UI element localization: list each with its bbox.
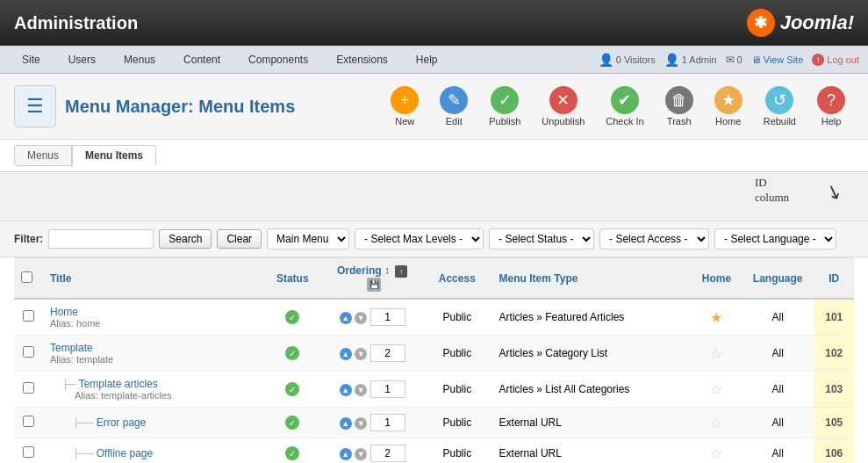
ordering-down-icon[interactable]: ▼ — [355, 384, 367, 396]
home-button[interactable]: ★ Home — [706, 81, 751, 132]
home-star-filled[interactable]: ★ — [710, 310, 722, 325]
ordering-up-icon[interactable]: ▲ — [340, 348, 352, 360]
id-cell: 103 — [814, 372, 854, 408]
ordering-input[interactable] — [370, 414, 405, 431]
ordering-up-icon[interactable]: ▲ — [340, 312, 352, 324]
status-icon[interactable]: ✓ — [285, 310, 299, 324]
new-button[interactable]: + New — [382, 81, 427, 132]
rebuild-button[interactable]: ↺ Rebuild — [755, 81, 805, 132]
visitor-icon: 👤 — [599, 53, 613, 67]
help-button[interactable]: ? Help — [808, 81, 854, 132]
title-link[interactable]: Error page — [97, 416, 147, 429]
home-star-empty[interactable]: ☆ — [710, 382, 722, 397]
annotation-arrow: ↘ — [822, 179, 845, 206]
search-button[interactable]: Search — [159, 229, 212, 249]
status-icon[interactable]: ✓ — [285, 346, 299, 360]
nav-item-help[interactable]: Help — [403, 47, 451, 72]
joomla-icon: ✱ — [747, 9, 775, 37]
menu-select[interactable]: Main Menu — [267, 228, 349, 250]
message-count: 0 — [737, 54, 742, 65]
home-cell[interactable]: ☆ — [692, 438, 742, 464]
row-checkbox[interactable] — [23, 346, 34, 358]
indent-icon: ├── — [50, 417, 93, 428]
breadcrumb-tab-menuitems[interactable]: Menu Items — [72, 145, 156, 166]
ordering-down-icon[interactable]: ▼ — [355, 417, 367, 430]
title-link[interactable]: Offline page — [97, 447, 154, 459]
ordering-up-icon[interactable]: ▲ — [340, 384, 352, 396]
home-star-empty[interactable]: ☆ — [710, 346, 722, 361]
id-cell: 102 — [814, 336, 854, 372]
filter-input[interactable] — [48, 229, 154, 249]
row-checkbox[interactable] — [23, 310, 34, 322]
unpublish-button[interactable]: ✕ Unpublish — [533, 81, 593, 132]
col-header-ordering[interactable]: Ordering ↕ ↑ 💾 — [322, 258, 422, 300]
home-cell[interactable]: ☆ — [692, 336, 742, 372]
status-select[interactable]: - Select Status - — [489, 228, 594, 250]
rebuild-label: Rebuild — [764, 116, 796, 127]
col-header-language: Language — [742, 258, 814, 300]
title-link[interactable]: Template articles — [79, 378, 158, 390]
help-label: Help — [821, 116, 842, 127]
table-row: TemplateAlias: template✓ ▲ ▼ PublicArtic… — [14, 336, 854, 372]
home-cell[interactable]: ☆ — [692, 408, 742, 438]
menu-item-type-cell: Articles » List All Categories — [492, 372, 692, 408]
nav-item-site[interactable]: Site — [9, 47, 54, 72]
title-link[interactable]: Template — [50, 342, 93, 354]
home-cell[interactable]: ★ — [692, 299, 742, 336]
trash-icon: 🗑 — [665, 86, 693, 114]
id-cell: 106 — [814, 438, 854, 464]
status-icon[interactable]: ✓ — [285, 382, 299, 396]
home-star-empty[interactable]: ☆ — [710, 416, 722, 430]
clear-button[interactable]: Clear — [217, 229, 262, 249]
row-checkbox[interactable] — [23, 446, 34, 458]
nav-item-content[interactable]: Content — [170, 47, 233, 72]
ordering-sort-icon[interactable]: ↑ — [395, 265, 407, 278]
title-cell: TemplateAlias: template — [43, 336, 262, 372]
table-row: ├── Offline page✓ ▲ ▼ PublicExternal URL… — [14, 438, 854, 464]
indent-icon: ├─ — [50, 379, 76, 389]
logout-btn[interactable]: ! Log out — [812, 54, 859, 66]
ordering-up-icon[interactable]: ▲ — [340, 448, 352, 460]
ordering-down-icon[interactable]: ▼ — [355, 348, 367, 360]
checkin-button[interactable]: ✔ Check In — [597, 81, 652, 132]
status-cell: ✓ — [262, 336, 322, 372]
col-header-title[interactable]: Title — [43, 258, 262, 300]
status-icon[interactable]: ✓ — [285, 446, 299, 460]
view-site-btn[interactable]: 🖥 View Site — [751, 54, 804, 65]
ordering-input[interactable] — [370, 308, 405, 326]
ordering-up-icon[interactable]: ▲ — [340, 417, 352, 430]
ordering-down-icon[interactable]: ▼ — [355, 312, 367, 324]
ordering-save-icon[interactable]: 💾 — [367, 278, 381, 292]
row-checkbox[interactable] — [23, 382, 34, 394]
nav-item-menus[interactable]: Menus — [111, 47, 169, 72]
edit-button[interactable]: ✎ Edit — [431, 81, 477, 132]
access-select[interactable]: - Select Access - — [599, 228, 709, 250]
trash-button[interactable]: 🗑 Trash — [656, 81, 702, 132]
col-header-menutype: Menu Item Type — [492, 258, 692, 300]
publish-button[interactable]: ✓ Publish — [480, 81, 529, 132]
nav-item-components[interactable]: Components — [235, 47, 321, 72]
ordering-down-icon[interactable]: ▼ — [355, 448, 367, 460]
breadcrumb-tab-menus[interactable]: Menus — [14, 145, 72, 166]
nav-item-extensions[interactable]: Extensions — [323, 47, 401, 72]
alias-text: Alias: template — [50, 354, 255, 365]
select-all-checkbox[interactable] — [21, 271, 32, 283]
language-select[interactable]: - Select Language - — [714, 228, 836, 250]
visitors-text: 0 Visitors — [616, 54, 656, 65]
access-cell: Public — [422, 299, 492, 336]
max-levels-select[interactable]: - Select Max Levels - — [355, 228, 484, 250]
access-cell: Public — [422, 372, 492, 408]
home-star-empty[interactable]: ☆ — [710, 446, 722, 461]
ordering-input[interactable] — [370, 380, 405, 398]
home-cell[interactable]: ☆ — [692, 372, 742, 408]
title-link[interactable]: Home — [50, 306, 78, 318]
ordering-input[interactable] — [370, 445, 405, 462]
row-checkbox[interactable] — [23, 416, 34, 427]
annotation-area: ID column ↘ — [0, 172, 868, 221]
menu-item-type-cell: Articles » Category List — [492, 336, 692, 372]
status-icon[interactable]: ✓ — [285, 416, 299, 430]
nav-item-users[interactable]: Users — [55, 47, 109, 72]
ordering-input[interactable] — [370, 344, 405, 362]
nav-right: 👤 0 Visitors 👤 1 Admin ✉ 0 🖥 View Site !… — [599, 53, 859, 67]
new-label: New — [395, 116, 414, 127]
